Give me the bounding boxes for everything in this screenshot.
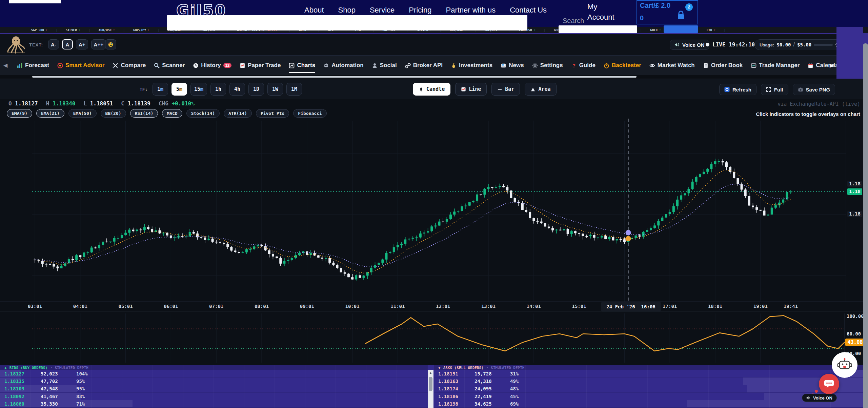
ticker-item[interactable]: ETH▾	[707, 28, 715, 32]
orderbook-row-asks[interactable]: 1.1816324,31849%	[434, 378, 863, 385]
tab-market-watch[interactable]: Market Watch	[649, 56, 695, 75]
voice-toggle-button[interactable]: Voice ON	[670, 40, 709, 50]
page-scrollbar-thumb[interactable]	[863, 43, 868, 408]
indicator-pill-pivot-pts[interactable]: Pivot Pts	[256, 109, 289, 118]
tabs-scroll-right-icon[interactable]: ▶	[830, 62, 834, 68]
chart-style-button-bar[interactable]: Bar	[491, 83, 520, 96]
indicator-pill-atr14[interactable]: ATR(14)	[224, 109, 252, 118]
tab-investments[interactable]: Investments	[451, 56, 492, 75]
indicator-pill-rsi14[interactable]: RSI(14)	[130, 109, 158, 118]
tab-forecast[interactable]: Forecast	[17, 56, 49, 75]
close-label: C	[121, 100, 124, 107]
tab-automation[interactable]: Automation	[323, 56, 363, 75]
timeframe-buttons: 1m5m15m1h4h1D1W1M	[153, 83, 302, 96]
text-size-button-a[interactable]: A	[62, 39, 73, 49]
cart-box[interactable]: Cart/£ 2.0 0 2	[637, 0, 698, 24]
tab-scanner[interactable]: Scanner	[154, 56, 185, 75]
octopus-logo[interactable]	[6, 35, 26, 54]
tab-compare[interactable]: Compare	[113, 56, 146, 75]
timeframe-button-1h[interactable]: 1h	[210, 83, 226, 96]
action-button-save-png[interactable]: Save PNG	[793, 84, 835, 95]
depth-bar	[743, 378, 863, 385]
timeframe-button-4h[interactable]: 4h	[229, 83, 245, 96]
timeframe-button-1M[interactable]: 1M	[286, 83, 302, 96]
tab-news[interactable]: News	[501, 56, 524, 75]
timeframe-button-5m[interactable]: 5m	[171, 83, 187, 96]
orderbook-scroll-thumb[interactable]	[429, 377, 432, 391]
search-go-button[interactable]	[664, 25, 698, 33]
chart-area[interactable]	[0, 99, 863, 365]
timeframe-button-1D[interactable]: 1D	[248, 83, 264, 96]
orderbook-row-asks[interactable]: 1.1819834,62569%	[434, 400, 863, 408]
orderbook-row-bids[interactable]: 1.1810347,54895%	[0, 385, 428, 393]
action-button-full[interactable]: Full	[761, 84, 788, 95]
my-account-link[interactable]: My Account	[587, 1, 614, 22]
chart-style-button-line[interactable]: Line	[455, 83, 487, 96]
search-input[interactable]	[559, 25, 637, 33]
nav-link-shop[interactable]: Shop	[338, 6, 356, 15]
nav-link-service[interactable]: Service	[370, 6, 395, 15]
tab-broker-api[interactable]: Broker API	[405, 56, 443, 75]
nav-link-contact-us[interactable]: Contact Us	[510, 6, 547, 15]
timeframe-button-15m[interactable]: 15m	[190, 83, 207, 96]
orderbook-row-bids[interactable]: 1.1808035,33071%	[0, 400, 428, 408]
timeframe-button-1W[interactable]: 1W	[267, 83, 283, 96]
indicator-pill-ema50[interactable]: EMA(50)	[68, 109, 97, 118]
nav-link-pricing[interactable]: Pricing	[409, 6, 431, 15]
cart-lock-icon[interactable]	[675, 9, 687, 21]
voice-toggle-bottom[interactable]: Voice ON	[802, 394, 837, 402]
ticker-item[interactable]: SILVER▾	[66, 28, 80, 32]
bar-icon	[497, 87, 502, 92]
ticker-item[interactable]: S&P 500▾	[31, 28, 47, 32]
tab-settings[interactable]: Settings	[532, 56, 563, 75]
search-suggestions-dropdown[interactable]	[167, 15, 527, 30]
orderbook-row-asks[interactable]: 1.1815115,72831%	[434, 370, 863, 378]
text-size-button-a-[interactable]: A-	[48, 39, 59, 49]
open-label: O	[8, 100, 12, 107]
orderbook-row-bids[interactable]: 1.1811547,70295%	[0, 378, 428, 385]
tab-smart-advisor[interactable]: Smart Advisor	[57, 56, 105, 75]
text-size-button-a++[interactable]: A++	[91, 39, 106, 49]
tab-history[interactable]: History12	[193, 56, 231, 75]
chart-style-button-candle[interactable]: Candle	[413, 83, 450, 96]
chat-bubble-icon	[824, 380, 834, 388]
indicator-pill-bb20[interactable]: BB(20)	[101, 109, 126, 118]
timeframe-button-1m[interactable]: 1m	[153, 83, 168, 96]
tab-charts[interactable]: Charts	[289, 56, 315, 75]
tabs-scroll-left-icon[interactable]: ◀	[3, 62, 7, 68]
chart-style-button-area[interactable]: Area	[525, 83, 556, 96]
scanner-icon	[154, 63, 160, 68]
orderbook-row-asks[interactable]: 1.1817424,09548%	[434, 385, 863, 393]
indicator-pill-ema21[interactable]: EMA(21)	[36, 109, 64, 118]
tab-backtester[interactable]: Backtester	[604, 56, 641, 75]
nav-link-partner-with-us[interactable]: Partner with us	[446, 6, 496, 15]
ticker-item[interactable]: AUD/USD▾	[99, 28, 115, 32]
assistant-mascot[interactable]	[832, 352, 857, 378]
indicator-pill-fibonacci[interactable]: Fibonacci	[293, 109, 326, 118]
orderbook-row-bids[interactable]: 1.1809241,46783%	[0, 393, 428, 400]
chat-bubble-button[interactable]	[819, 374, 839, 394]
tab-order-book[interactable]: Order Book	[703, 56, 743, 75]
orderbook-row-asks[interactable]: 1.1818622,41945%	[434, 393, 863, 400]
indicator-pill-ema9[interactable]: EMA(9)	[7, 109, 32, 118]
app-toolbar: TEXT: A-AA+A++ Voice ON LIVE 19:42:10 UT…	[0, 34, 836, 55]
text-size-button-a+[interactable]: A+	[76, 39, 88, 49]
nav-link-about[interactable]: About	[304, 6, 324, 15]
tf-label: TF:	[140, 87, 147, 92]
ticker-separator: |	[544, 28, 545, 32]
indicator-pill-stoch14[interactable]: Stoch(14)	[186, 109, 220, 118]
action-button-refresh[interactable]: Refresh	[719, 84, 756, 95]
scroll-up-icon[interactable]: ▲	[428, 370, 433, 375]
ticker-item[interactable]: GOLD▾	[650, 28, 661, 32]
indicator-pill-macd[interactable]: MACD	[162, 109, 182, 118]
orderbook-row-bids[interactable]: 1.1812752,023104%	[0, 370, 428, 378]
tab-social[interactable]: Social	[372, 56, 397, 75]
tab-guide[interactable]: ?Guide	[571, 56, 596, 75]
tab-paper-trade[interactable]: Paper Trade	[240, 56, 281, 75]
tab-trade-manager[interactable]: Trade Manager	[751, 56, 800, 75]
ticker-item[interactable]: GBP/JPY▾	[133, 28, 149, 32]
tabbar-scroll-thumb[interactable]	[32, 76, 637, 78]
orderbook-scrollbar[interactable]: ▲	[428, 370, 433, 408]
usage-meter[interactable]: Usage: $0.00 / $5.00	[754, 39, 846, 50]
theme-palette-button[interactable]	[105, 39, 116, 49]
